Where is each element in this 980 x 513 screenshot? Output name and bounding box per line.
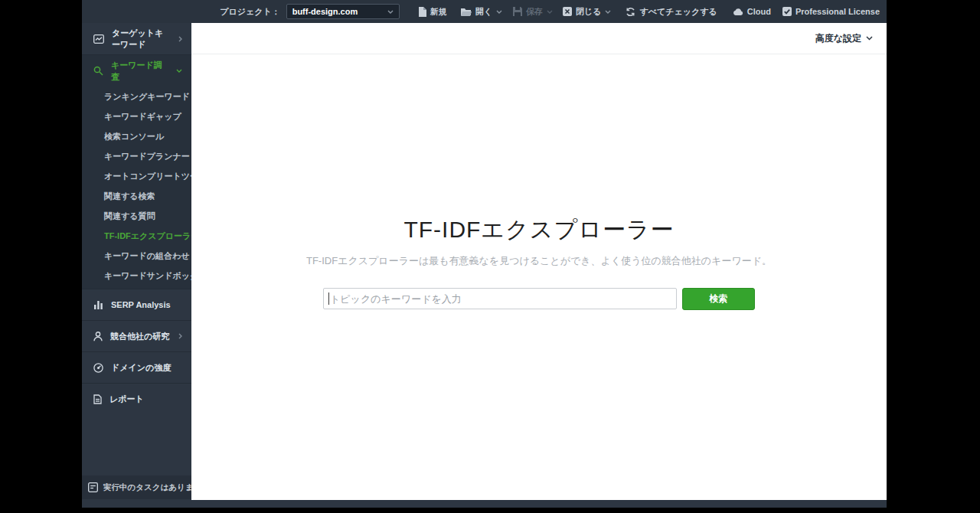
sidebar-item-target-keywords[interactable]: ターゲットキーワード	[82, 23, 191, 54]
close-button-label: 閉じる	[576, 6, 602, 18]
chevron-right-icon	[178, 36, 182, 42]
search-box	[323, 288, 677, 310]
new-document-icon	[418, 7, 426, 17]
content-header: 高度な設定	[191, 23, 887, 54]
sidebar-item-keyword-gap[interactable]: キーワードギャップ	[82, 106, 191, 126]
chevron-down-icon	[176, 69, 182, 73]
project-value: buff-design.com	[292, 7, 358, 16]
sidebar-item-label: ターゲットキーワード	[112, 28, 171, 51]
page-subtitle: TF-IDFエクスプローラーは最も有意義なを見つけることができ、よく使う位の競合…	[191, 254, 887, 268]
topbar: プロジェクト： buff-design.com 新規 開く	[82, 0, 887, 23]
refresh-icon	[626, 7, 635, 17]
sidebar-item-tf-idf-explorer[interactable]: TF-IDFエクスプローラー	[82, 226, 191, 246]
search-icon	[93, 66, 103, 76]
sidebar-item-keyword-research[interactable]: キーワード調査	[82, 55, 191, 87]
open-project-button[interactable]: 開く	[461, 6, 502, 18]
text-caret	[328, 292, 329, 305]
line-chart-icon	[93, 34, 104, 44]
page-title: TF-IDFエクスプローラー	[191, 214, 887, 246]
app-body: ターゲットキーワード キーワード調査 ランキングキーワード キーワードギャップ	[82, 23, 887, 508]
save-button-label: 保存	[526, 6, 543, 18]
sidebar-item-label: レポート	[109, 394, 144, 405]
chevron-right-icon	[178, 333, 182, 339]
save-project-button[interactable]: 保存	[513, 6, 553, 18]
task-status-text: 実行中のタスクはありません	[103, 482, 191, 493]
chevron-down-icon	[496, 10, 502, 14]
sidebar-item-serp-analysis[interactable]: SERP Analysis	[82, 289, 191, 320]
person-icon	[93, 332, 103, 341]
save-floppy-icon	[513, 7, 522, 16]
report-document-icon	[93, 394, 102, 404]
sidebar-item-reports[interactable]: レポート	[82, 383, 191, 414]
license-badge[interactable]: Professional License	[782, 7, 880, 16]
license-label: Professional License	[795, 7, 880, 16]
cloud-label: Cloud	[747, 7, 771, 16]
app-window: プロジェクト： buff-design.com 新規 開く	[82, 0, 887, 508]
sidebar-item-competitor-research[interactable]: 競合他社の研究	[82, 320, 191, 351]
sidebar-item-label: キーワード調査	[111, 60, 168, 83]
advanced-settings-link[interactable]: 高度な設定	[815, 32, 861, 45]
keyword-search-input[interactable]	[323, 288, 677, 309]
sidebar-item-ranking-keywords[interactable]: ランキングキーワード	[82, 87, 191, 106]
task-status-bar[interactable]: 実行中のタスクはありません	[82, 475, 191, 499]
sidebar-item-autocomplete-tools[interactable]: オートコンプリートツール	[82, 166, 191, 186]
chevron-down-icon	[387, 10, 394, 14]
sidebar-item-label: SERP Analysis	[111, 300, 171, 309]
sidebar-item-label: 競合他社の研究	[110, 331, 169, 342]
folder-icon	[461, 8, 472, 16]
task-list-icon	[88, 482, 98, 492]
tf-idf-explorer-panel: TF-IDFエクスプローラー TF-IDFエクスプローラーは最も有意義なを見つけ…	[191, 54, 887, 500]
search-row: 検索	[191, 288, 887, 310]
project-label: プロジェクト：	[220, 6, 280, 18]
sidebar-item-related-questions[interactable]: 関連する質問	[82, 206, 191, 226]
sidebar-group-keyword-research: キーワード調査 ランキングキーワード キーワードギャップ 検索コンソール キーワ…	[82, 54, 191, 289]
chevron-down-icon	[605, 10, 611, 14]
bar-chart-icon	[93, 300, 103, 309]
sidebar-item-keyword-planner[interactable]: キーワードプランナー	[82, 146, 191, 166]
check-all-button[interactable]: すべてチェックする	[626, 6, 717, 18]
open-button-label: 開く	[475, 6, 492, 18]
chevron-down-icon	[866, 36, 873, 41]
project-selector[interactable]: buff-design.com	[286, 4, 400, 19]
sidebar-item-keyword-combinations[interactable]: キーワードの組合わせ	[82, 246, 191, 266]
sidebar-item-keyword-sandbox[interactable]: キーワードサンドボックス	[82, 266, 191, 286]
sidebar: ターゲットキーワード キーワード調査 ランキングキーワード キーワードギャップ	[82, 23, 191, 508]
search-button[interactable]: 検索	[682, 288, 755, 310]
check-all-label: すべてチェックする	[639, 6, 717, 18]
close-icon	[563, 7, 572, 16]
sidebar-item-domain-strength[interactable]: ドメインの強度	[82, 351, 191, 383]
new-button-label: 新規	[430, 6, 447, 18]
cloud-button[interactable]: Cloud	[733, 7, 771, 16]
checkbox-checked-icon	[782, 7, 792, 16]
sidebar-item-related-searches[interactable]: 関連する検索	[82, 186, 191, 206]
sidebar-item-label: ドメインの強度	[111, 362, 171, 374]
main-content: 高度な設定 TF-IDFエクスプローラー TF-IDFエクスプローラーは最も有意…	[191, 23, 887, 500]
close-project-button[interactable]: 閉じる	[563, 6, 612, 18]
chevron-down-icon	[547, 10, 553, 14]
cloud-icon	[733, 8, 743, 15]
new-project-button[interactable]: 新規	[418, 6, 447, 18]
gauge-icon	[93, 363, 103, 373]
sidebar-item-search-console[interactable]: 検索コンソール	[82, 126, 191, 146]
